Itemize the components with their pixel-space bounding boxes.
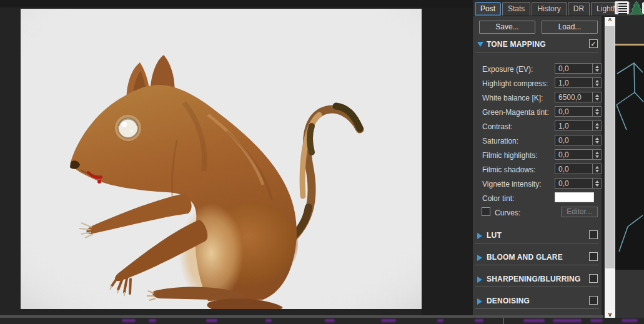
param-label: Green-Magenta tint:: [482, 108, 549, 117]
contrast-input[interactable]: 1,0: [555, 120, 602, 131]
chevron-down-icon: [477, 42, 483, 47]
chevron-right-icon: [477, 255, 482, 261]
spinner-arrows[interactable]: [593, 149, 602, 160]
filmic-shadows-input[interactable]: 0,0: [555, 164, 602, 174]
section-denoising[interactable]: DENOISING: [475, 296, 599, 309]
param-label: Exposure (EV):: [482, 65, 533, 74]
param-label: Vignette intensity:: [482, 180, 542, 189]
bottom-divider: [503, 318, 504, 324]
highlight-compress-input[interactable]: 1,0: [555, 77, 602, 88]
section-tone-mapping[interactable]: TONE MAPPING ✓: [475, 39, 599, 52]
section-title: LUT: [487, 231, 502, 240]
tab-history[interactable]: History: [532, 2, 566, 16]
render-image-squirrel: [21, 9, 422, 309]
param-label: Filmic shadows:: [482, 165, 535, 174]
param-row: Green-Magenta tint: 0,0: [473, 106, 602, 120]
spinner-arrows[interactable]: [593, 106, 602, 117]
tone-mapping-checkbox[interactable]: ✓: [589, 39, 598, 48]
section-title: SHARPENING/BLURRING: [487, 275, 580, 283]
section-sharpening-blurring[interactable]: SHARPENING/BLURRING: [475, 274, 599, 287]
curves-row: Curves: Editor...: [473, 207, 602, 221]
vfb-tab-bar: Post Stats History DR LightMix: [473, 0, 616, 16]
panel-scrollbar[interactable]: ^ v: [605, 17, 615, 319]
section-title: DENOISING: [487, 297, 530, 305]
tree-icon: [630, 1, 644, 16]
param-label: Saturation:: [482, 137, 518, 145]
render-elements-icon[interactable]: [615, 1, 629, 14]
param-row: Contrast: 1,0: [473, 120, 602, 135]
scroll-up-button[interactable]: ^: [605, 17, 615, 26]
framebuffer-top-strip: [0, 0, 473, 7]
spinner-arrows[interactable]: [593, 164, 602, 174]
param-label: Highlight compress:: [482, 79, 548, 88]
tab-dr[interactable]: DR: [568, 2, 590, 16]
tab-post[interactable]: Post: [475, 2, 501, 16]
spinner-arrows[interactable]: [593, 120, 602, 131]
framebuffer-right-gap: [422, 7, 473, 315]
param-row: Vignette intensity: 0,0: [473, 178, 602, 192]
section-lut[interactable]: LUT: [475, 230, 599, 243]
param-label: Color tint:: [482, 194, 514, 203]
section-title: BLOOM AND GLARE: [487, 253, 563, 262]
chevron-right-icon: [477, 298, 482, 305]
param-row: Filmic highlights: 0,0: [473, 149, 602, 164]
white-balance-input[interactable]: 6500,0: [555, 92, 602, 102]
chevron-right-icon: [477, 233, 482, 239]
param-label: Contrast:: [482, 122, 513, 131]
spinner-arrows[interactable]: [593, 92, 602, 102]
curves-checkbox[interactable]: [482, 207, 490, 216]
vignette-intensity-input[interactable]: 0,0: [555, 178, 602, 189]
param-row: Filmic shadows: 0,0: [473, 164, 602, 178]
param-row: Saturation: 0,0: [473, 135, 602, 149]
bloom-checkbox[interactable]: [589, 252, 598, 261]
save-button[interactable]: Save...: [479, 21, 535, 34]
scrollbar-thumb[interactable]: [605, 26, 615, 268]
background-viewport-sliver: [615, 0, 644, 324]
param-label: Filmic highlights:: [482, 151, 538, 160]
exposure-input[interactable]: 0,0: [555, 63, 602, 74]
squirrel-illustration: [21, 9, 422, 309]
param-row: White balance [K]: 6500,0: [473, 92, 602, 106]
spinner-arrows[interactable]: [593, 77, 602, 88]
sharpening-checkbox[interactable]: [589, 274, 598, 283]
color-tint-swatch[interactable]: [555, 192, 594, 202]
saturation-input[interactable]: 0,0: [555, 135, 602, 145]
bottom-background-bar: [0, 318, 644, 324]
curves-editor-button[interactable]: Editor...: [561, 207, 598, 217]
load-button[interactable]: Load...: [542, 21, 598, 34]
green-magenta-tint-input[interactable]: 0,0: [555, 106, 602, 117]
spinner-arrows[interactable]: [593, 63, 602, 74]
tab-stats[interactable]: Stats: [502, 2, 530, 16]
tone-mapping-params: Exposure (EV): 0,0 Highlight compress: 1…: [473, 63, 602, 221]
param-row: Exposure (EV): 0,0: [473, 63, 602, 77]
color-tint-row: Color tint:: [473, 192, 602, 207]
denoising-checkbox[interactable]: [589, 296, 598, 305]
curves-label: Curves:: [495, 209, 520, 217]
param-row: Highlight compress: 1,0: [473, 77, 602, 92]
chevron-right-icon: [477, 277, 482, 283]
section-bloom-and-glare[interactable]: BLOOM AND GLARE: [475, 252, 599, 265]
post-settings-panel: Save... Load... TONE MAPPING ✓ Exposure …: [473, 0, 602, 315]
viewport-lower-area: [615, 270, 644, 324]
param-label: White balance [K]:: [482, 94, 543, 102]
filmic-highlights-input[interactable]: 0,0: [555, 149, 602, 160]
spinner-arrows[interactable]: [593, 135, 602, 145]
lut-checkbox[interactable]: [589, 230, 598, 239]
app-window: Save... Load... TONE MAPPING ✓ Exposure …: [0, 0, 644, 324]
section-title: TONE MAPPING: [487, 40, 546, 49]
wireframe-viewport: [615, 46, 644, 270]
wireframe-lines: [615, 46, 644, 270]
spinner-arrows[interactable]: [593, 178, 602, 189]
